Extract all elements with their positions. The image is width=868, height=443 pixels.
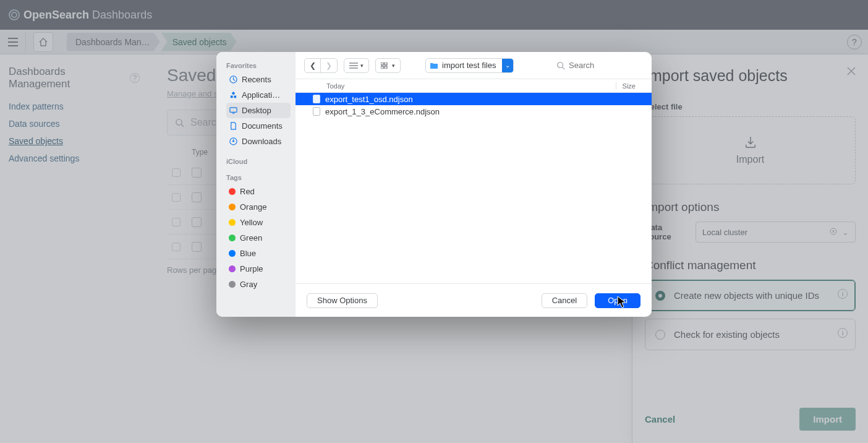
tag-dot-icon — [229, 265, 236, 272]
svg-rect-3 — [229, 108, 236, 112]
favorite-download[interactable]: Downloads — [226, 134, 291, 149]
svg-rect-6 — [385, 62, 387, 65]
icloud-group-label: iCloud — [226, 158, 291, 165]
favorite-doc[interactable]: Documents — [226, 118, 291, 134]
tag-item[interactable]: Blue — [226, 246, 291, 261]
tag-dot-icon — [229, 234, 236, 241]
tag-item[interactable]: Gray — [226, 277, 291, 292]
tag-label: Gray — [240, 280, 257, 289]
file-open-dialog: Favorites RecentsApplicati…DesktopDocume… — [216, 52, 652, 317]
file-row[interactable]: export_1_3_eCommerce.ndjson — [296, 105, 652, 118]
favorite-label: Recents — [242, 75, 271, 84]
tag-label: Blue — [240, 249, 256, 258]
tag-dot-icon — [229, 250, 236, 257]
tag-dot-icon — [229, 281, 236, 288]
favorite-apps[interactable]: Applicati… — [226, 87, 291, 103]
apps-icon — [229, 91, 237, 99]
chevron-down-icon: ▾ — [392, 62, 395, 69]
file-list-header: Today Size — [296, 79, 652, 93]
favorite-label: Documents — [242, 121, 283, 131]
dialog-sidebar: Favorites RecentsApplicati…DesktopDocume… — [216, 52, 296, 317]
tag-label: Purple — [240, 264, 263, 273]
search-icon — [556, 61, 565, 70]
favorite-label: Desktop — [242, 106, 271, 115]
tag-dot-icon — [229, 219, 236, 226]
svg-rect-7 — [381, 66, 383, 69]
folder-name: import test files — [442, 61, 496, 70]
cursor-icon — [617, 296, 627, 308]
tag-dot-icon — [229, 204, 236, 210]
nav-arrows: ❮ ❯ — [304, 58, 338, 73]
dialog-search[interactable] — [520, 61, 643, 70]
file-icon — [313, 95, 320, 103]
dialog-search-input[interactable] — [569, 61, 643, 70]
dialog-cancel-button[interactable]: Cancel — [542, 293, 587, 308]
file-icon — [313, 107, 320, 116]
clock-icon — [229, 75, 237, 84]
svg-rect-8 — [385, 66, 387, 69]
favorite-desktop[interactable]: Desktop — [226, 103, 291, 118]
tags-group-label: Tags — [226, 174, 291, 181]
view-mode-list[interactable]: ▾ — [344, 58, 369, 73]
tag-item[interactable]: Yellow — [226, 215, 291, 230]
tag-label: Orange — [240, 202, 266, 212]
folder-dropdown-icon: ⌄ — [502, 59, 513, 72]
desktop-icon — [229, 106, 237, 114]
favorite-label: Applicati… — [242, 90, 280, 100]
svg-rect-5 — [381, 62, 383, 65]
show-options-button[interactable]: Show Options — [307, 293, 378, 308]
col-today[interactable]: Today — [326, 82, 344, 90]
download-icon — [229, 137, 237, 145]
file-list: export_test1_osd.ndjsonexport_1_3_eComme… — [296, 93, 652, 283]
folder-icon — [430, 62, 438, 69]
favorite-label: Downloads — [242, 137, 281, 146]
chevron-down-icon: ▾ — [360, 62, 364, 69]
tag-item[interactable]: Red — [226, 184, 291, 199]
tag-item[interactable]: Purple — [226, 261, 291, 277]
tag-label: Red — [240, 187, 255, 196]
list-icon — [349, 62, 358, 69]
tag-item[interactable]: Orange — [226, 199, 291, 215]
file-name: export_test1_osd.ndjson — [325, 95, 413, 104]
file-row[interactable]: export_test1_osd.ndjson — [296, 93, 652, 105]
file-name: export_1_3_eCommerce.ndjson — [325, 107, 440, 116]
back-button[interactable]: ❮ — [305, 59, 321, 72]
col-size[interactable]: Size — [616, 82, 636, 90]
favorites-group-label: Favorites — [226, 62, 291, 69]
forward-button[interactable]: ❯ — [321, 59, 337, 72]
dialog-footer: Show Options Cancel Open — [296, 283, 652, 317]
folder-path-select[interactable]: import test files ⌄ — [425, 58, 514, 73]
grid-icon — [381, 62, 389, 69]
tag-dot-icon — [229, 188, 236, 195]
tag-label: Green — [240, 233, 262, 243]
group-mode[interactable]: ▾ — [375, 58, 401, 73]
svg-point-9 — [558, 62, 563, 67]
dialog-toolbar: ❮ ❯ ▾ ▾ import test files ⌄ — [296, 52, 652, 79]
favorite-clock[interactable]: Recents — [226, 72, 291, 87]
doc-icon — [229, 122, 237, 130]
tag-item[interactable]: Green — [226, 230, 291, 246]
tag-label: Yellow — [240, 218, 263, 227]
